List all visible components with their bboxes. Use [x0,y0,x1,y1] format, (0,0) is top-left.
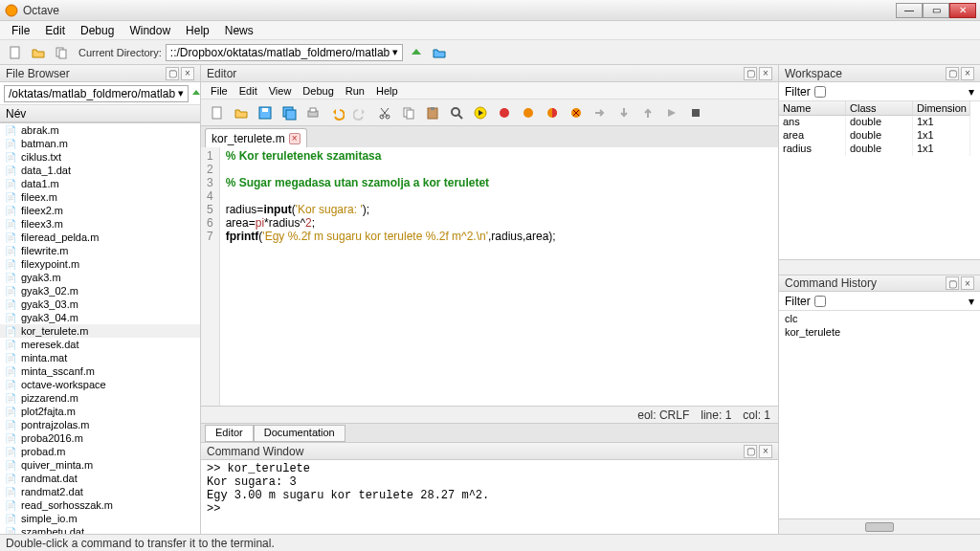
file-item[interactable]: 📄gyak3_04.m [0,311,200,324]
menu-news[interactable]: News [217,22,261,39]
tab-close-icon[interactable]: × [289,133,301,144]
file-item[interactable]: 📄randmat2.dat [0,485,200,498]
pane-close-icon[interactable]: × [961,67,974,80]
pane-close-icon[interactable]: × [181,67,194,80]
ed-paste-icon[interactable] [422,102,443,123]
ed-find-icon[interactable] [446,102,467,123]
bottom-tab-editor[interactable]: Editor [205,425,254,442]
h-scrollbar[interactable] [779,259,980,275]
ed-menu-file[interactable]: File [205,84,234,98]
maximize-button[interactable]: ▭ [923,3,949,18]
ed-run-icon[interactable] [470,102,491,123]
file-item[interactable]: 📄fileex.m [0,190,200,204]
file-item[interactable]: 📄fileex2.m [0,204,200,217]
file-item[interactable]: 📄kor_terulete.m [0,324,200,338]
file-item[interactable]: 📄abrak.m [0,123,200,137]
ed-menu-view[interactable]: View [263,84,298,98]
file-browser-path[interactable]: /oktatas/matlab_foldmero/matlab ▾ [4,85,189,102]
command-window-output[interactable]: >> kor_terulete Kor sugara: 3 Egy 3.00 m… [201,460,778,534]
breakpoint-clear-icon[interactable] [566,102,587,123]
undock-icon[interactable]: ▢ [946,67,959,80]
pane-close-icon[interactable]: × [759,67,772,80]
dropdown-icon[interactable]: ▾ [969,295,974,308]
close-button[interactable]: ✕ [949,3,976,18]
pane-close-icon[interactable]: × [961,276,974,290]
file-item[interactable]: 📄plot2fajta.m [0,405,200,418]
undock-icon[interactable]: ▢ [744,445,757,458]
bottom-tab-documentation[interactable]: Documentation [254,425,345,442]
breakpoint-orange-icon[interactable] [518,102,539,123]
file-item[interactable]: 📄pizzarend.m [0,391,200,405]
file-item[interactable]: 📄quiver_minta.m [0,458,200,472]
ed-new-icon[interactable] [207,102,228,123]
up-dir-icon[interactable] [407,43,426,62]
menu-file[interactable]: File [4,22,37,39]
file-item[interactable]: 📄data1.m [0,177,200,190]
file-item[interactable]: 📄filewrite.m [0,244,200,257]
open-folder-icon[interactable] [29,43,48,62]
undock-icon[interactable]: ▢ [946,276,959,290]
history-item[interactable]: clc [785,313,974,326]
file-item[interactable]: 📄minta.mat [0,351,200,364]
ed-save-icon[interactable] [255,102,276,123]
ed-menu-help[interactable]: Help [370,84,404,98]
file-item[interactable]: 📄fileex3.m [0,217,200,231]
file-item[interactable]: 📄gyak3_03.m [0,298,200,311]
file-item[interactable]: 📄minta_sscanf.m [0,364,200,378]
ed-copy-icon[interactable] [398,102,419,123]
file-item[interactable]: 📄szambetu.dat [0,525,200,534]
file-item[interactable]: 📄gyak3_02.m [0,284,200,298]
copy-icon[interactable] [52,43,71,62]
ed-open-icon[interactable] [231,102,252,123]
file-item[interactable]: 📄probad.m [0,445,200,458]
file-item[interactable]: 📄randmat.dat [0,472,200,485]
editor-code-area[interactable]: 1234567 % Kor teruletenek szamitasa % Su… [201,147,778,406]
file-item[interactable]: 📄read_sorhosszak.m [0,498,200,512]
workspace-table-header[interactable]: Name Class Dimension [779,101,980,116]
undock-icon[interactable]: ▢ [166,67,179,80]
undock-icon[interactable]: ▢ [744,67,757,80]
new-file-icon[interactable] [6,43,25,62]
pane-close-icon[interactable]: × [759,445,772,458]
current-directory-field[interactable]: ::/Dropbox/oktatas/matlab_foldmero/matla… [166,44,404,61]
step-icon[interactable] [590,102,611,123]
h-scrollbar[interactable] [779,518,980,534]
ed-undo-icon[interactable] [326,102,347,123]
minimize-button[interactable]: — [896,3,923,18]
editor-tab[interactable]: kor_terulete.m × [205,128,307,147]
file-item[interactable]: 📄pontrajzolas.m [0,418,200,431]
workspace-filter-checkbox[interactable] [814,86,826,98]
menu-window[interactable]: Window [122,22,178,39]
file-item[interactable]: 📄batman.m [0,137,200,150]
workspace-row[interactable]: ansdouble1x1 [779,116,980,129]
ed-print-icon[interactable] [302,102,323,123]
continue-icon[interactable] [661,102,682,123]
breakpoint-red-icon[interactable] [494,102,515,123]
file-item[interactable]: 📄data_1.dat [0,164,200,177]
menu-help[interactable]: Help [178,22,217,39]
breakpoint-half-icon[interactable] [542,102,563,123]
history-filter-checkbox[interactable] [814,296,826,307]
dropdown-icon[interactable]: ▾ [969,85,974,99]
workspace-row[interactable]: radiusdouble1x1 [779,143,980,156]
file-item[interactable]: 📄filexypoint.m [0,257,200,271]
file-browser-header[interactable]: Név [0,105,200,122]
file-item[interactable]: 📄gyak3.m [0,271,200,284]
file-item[interactable]: 📄octave-workspace [0,378,200,391]
ed-menu-run[interactable]: Run [340,84,370,98]
history-item[interactable]: kor_terulete [785,326,974,340]
file-item[interactable]: 📄simple_io.m [0,512,200,525]
file-item[interactable]: 📄ciklus.txt [0,150,200,164]
file-item[interactable]: 📄fileread_pelda.m [0,231,200,244]
workspace-row[interactable]: areadouble1x1 [779,129,980,143]
step-out-icon[interactable] [637,102,658,123]
ed-menu-debug[interactable]: Debug [297,84,339,98]
ed-redo-icon[interactable] [350,102,371,123]
file-item[interactable]: 📄meresek.dat [0,338,200,351]
menu-debug[interactable]: Debug [73,22,122,39]
step-in-icon[interactable] [613,102,635,123]
ed-menu-edit[interactable]: Edit [234,84,263,98]
file-item[interactable]: 📄proba2016.m [0,431,200,445]
stop-icon[interactable] [685,102,706,123]
ed-saveall-icon[interactable] [278,102,300,123]
